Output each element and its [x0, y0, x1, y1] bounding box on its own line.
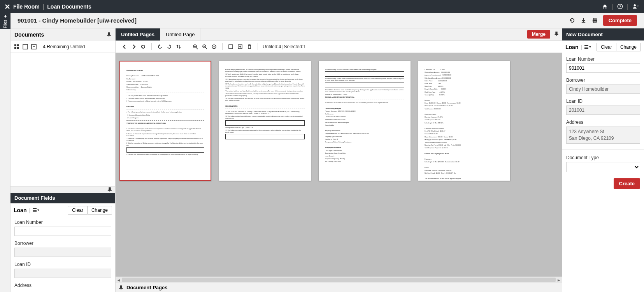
zoom-out-icon[interactable] [200, 42, 209, 51]
address-display: 123 Anywhere St San Diego, CA 92109 [566, 127, 640, 144]
document-type-label: Document Type [566, 155, 640, 160]
tab-unfiled-page[interactable]: Unfiled Page [160, 28, 200, 40]
refresh-icon[interactable] [139, 42, 147, 51]
zoom-reset-icon[interactable] [210, 42, 218, 51]
svg-rect-5 [593, 21, 597, 23]
zoom-in-icon[interactable] [191, 42, 200, 51]
user-menu-icon[interactable] [632, 4, 639, 9]
loan-label: Loan [565, 44, 578, 50]
right-panel: New Document Loan | Clear Change Loan Nu… [562, 28, 644, 292]
separator: | [627, 3, 628, 10]
app-name: File Room [13, 4, 40, 10]
documents-title: Documents [14, 32, 44, 38]
minus-box-icon[interactable] [31, 44, 37, 50]
svg-point-24 [214, 46, 215, 47]
page-thumbnail-2[interactable]: For self-employed borrowers, in addition… [219, 61, 311, 181]
document-fields-header: Document Fields [11, 193, 115, 203]
loan-id-input [566, 106, 640, 115]
rotate-left-icon[interactable] [156, 42, 164, 51]
borrower-label: Borrower [566, 77, 640, 83]
documents-header: Documents [11, 28, 115, 41]
svg-rect-30 [584, 47, 588, 47]
tabs-row: Unfiled Pages Unfiled Page Merge [116, 28, 562, 41]
loan-type-dropdown[interactable] [584, 44, 591, 50]
svg-rect-15 [33, 211, 37, 212]
scroll-left-icon[interactable]: ◄ [116, 277, 122, 283]
download-icon[interactable] [581, 18, 586, 23]
print-icon[interactable] [592, 18, 598, 23]
loan-id-label: Loan ID [14, 262, 111, 267]
loan-id-input [14, 269, 111, 278]
refresh-icon[interactable] [569, 18, 575, 23]
pin-icon[interactable] [107, 187, 112, 192]
address-label: Address [566, 120, 640, 125]
documents-toolbar: | 4 Remaining Unfiled [11, 41, 115, 53]
pin-icon [4, 14, 7, 18]
thumbnail-area: Underwriting Findings Primary Borrower: … [116, 53, 562, 276]
create-button[interactable]: Create [614, 178, 640, 189]
document-type-select[interactable] [566, 162, 640, 172]
page-title: 901001 - Cindy Homebuilder [u/w-received… [18, 17, 137, 24]
remaining-unfiled-label: 4 Remaining Unfiled [43, 44, 85, 49]
loan-number-input[interactable] [566, 63, 640, 73]
borrower-input [566, 84, 640, 94]
page-thumbnail-3[interactable]: 18 The following sources of income were … [319, 61, 411, 181]
app-logo-icon [5, 4, 10, 9]
section-name: Loan Documents [47, 4, 91, 10]
horizontal-scrollbar[interactable]: ◄ ► [116, 276, 562, 283]
loan-number-label: Loan Number [566, 56, 640, 62]
svg-rect-3 [593, 18, 597, 20]
new-document-header: New Document [562, 28, 644, 40]
document-pages-label: Document Pages [126, 285, 167, 290]
complete-button[interactable]: Complete [603, 15, 637, 26]
select-all-icon[interactable] [226, 42, 235, 51]
top-banner: File Room | Loan Documents | ? | [0, 0, 644, 13]
delete-icon[interactable] [245, 42, 254, 51]
left-panel: Documents | 4 Remaining Unfiled [11, 28, 116, 292]
svg-point-2 [634, 4, 636, 6]
clear-button[interactable]: Clear [597, 43, 616, 51]
address-label: Address [14, 283, 111, 288]
borrower-label: Borrower [14, 241, 111, 246]
page-thumbnail-4[interactable]: Combined LTV: 79.00% Original Loan Amoun… [418, 61, 510, 181]
svg-rect-13 [33, 208, 37, 209]
status-text: Unfiled:4|Selected:1 [263, 44, 306, 49]
loan-type-dropdown[interactable] [33, 208, 40, 213]
svg-rect-10 [23, 44, 28, 49]
separator: | [612, 3, 613, 10]
loan-number-input[interactable] [14, 227, 111, 236]
pin-icon[interactable] [119, 285, 123, 290]
svg-rect-31 [584, 48, 588, 49]
loan-number-label: Loan Number [14, 220, 111, 225]
checkbox-icon[interactable] [22, 44, 28, 50]
next-icon[interactable] [130, 42, 138, 51]
add-page-icon[interactable] [236, 42, 244, 51]
svg-line-21 [205, 47, 207, 49]
prev-icon[interactable] [120, 42, 129, 51]
document-fields-panel: Loan | Clear Change Loan Number Borrower [11, 203, 115, 292]
sort-icon[interactable] [174, 42, 183, 51]
documents-list [11, 53, 115, 186]
separator: | [43, 4, 44, 10]
svg-rect-8 [14, 47, 16, 49]
document-pages-bar[interactable]: Document Pages [116, 283, 562, 292]
loan-label: Loan [14, 207, 26, 213]
scroll-right-icon[interactable]: ► [556, 277, 562, 283]
clear-button[interactable]: Clear [68, 206, 88, 215]
borrower-input [14, 248, 111, 257]
home-icon[interactable] [602, 4, 608, 9]
rotate-right-icon[interactable] [165, 42, 174, 51]
help-icon[interactable]: ? [617, 4, 623, 9]
page-thumbnail-1[interactable]: Underwriting Findings Primary Borrower: … [119, 61, 211, 181]
change-button[interactable]: Change [616, 43, 641, 51]
loan-id-label: Loan ID [566, 99, 640, 104]
grid-view-icon[interactable] [14, 44, 20, 50]
document-fields-title: Document Fields [14, 195, 55, 201]
pin-icon[interactable] [107, 32, 111, 37]
svg-rect-14 [33, 210, 37, 211]
tab-unfiled-pages[interactable]: Unfiled Pages [116, 28, 160, 40]
title-bar: 901001 - Cindy Homebuilder [u/w-received… [11, 13, 644, 28]
merge-button[interactable]: Merge [527, 30, 550, 39]
change-button[interactable]: Change [88, 206, 112, 215]
pin-icon[interactable] [554, 32, 559, 36]
